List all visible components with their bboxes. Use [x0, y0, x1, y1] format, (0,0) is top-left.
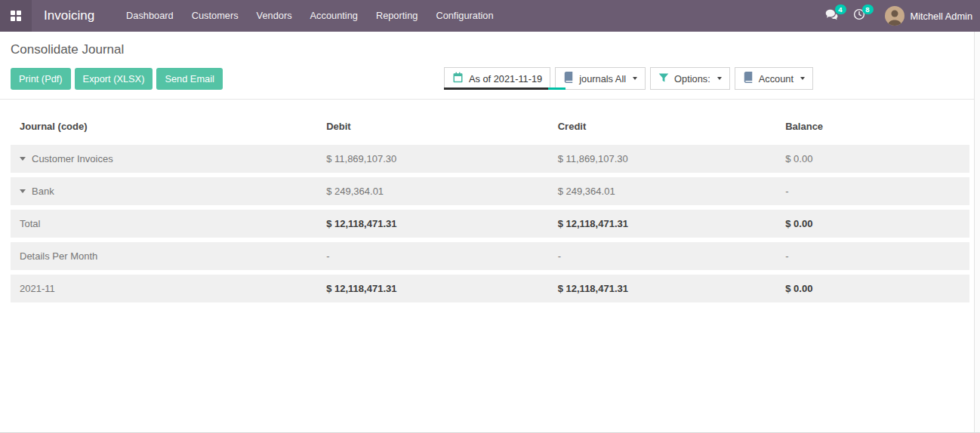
balance-value: $ 0.00	[785, 218, 960, 229]
row-label: 2021-11	[20, 283, 55, 294]
nav-item-accounting[interactable]: Accounting	[301, 0, 367, 32]
book-icon	[563, 72, 574, 85]
journals-filter-button[interactable]: journals All	[555, 67, 646, 90]
user-avatar	[885, 6, 904, 26]
activities-button[interactable]: 8	[846, 0, 873, 32]
export-xlsx-button[interactable]: Export (XLSX)	[75, 68, 153, 90]
column-header-credit: Credit	[558, 121, 786, 132]
nav-item-reporting[interactable]: Reporting	[367, 0, 427, 32]
user-name: Mitchell Admin	[911, 11, 973, 22]
debit-value: -	[326, 250, 558, 262]
row-label: Total	[20, 218, 40, 229]
table-row-bank: Bank $ 249,364.01 $ 249,364.01 -	[11, 177, 969, 205]
calendar-icon	[452, 72, 464, 85]
navbar-left: Invoicing Dashboard Customers Vendors Ac…	[0, 0, 503, 32]
table-row-total: Total $ 12,118,471.31 $ 12,118,471.31 $ …	[11, 210, 969, 238]
navbar-right: 4 8 Mitchell Admin	[818, 0, 973, 32]
balance-value: -	[785, 250, 960, 262]
control-panel: Consolidate Journal Print (Pdf) Export (…	[0, 32, 980, 100]
account-filter-label: Account	[759, 73, 794, 84]
row-label: Details Per Month	[20, 250, 97, 262]
caret-down-icon	[717, 77, 722, 80]
debit-value: $ 12,118,471.31	[326, 218, 558, 229]
page-title: Consolidate Journal	[11, 42, 969, 57]
balance-value: $ 0.00	[785, 283, 960, 294]
credit-value: $ 12,118,471.31	[558, 218, 786, 229]
report-content: Journal (code) Debit Credit Balance Cust…	[0, 100, 980, 302]
caret-down-icon[interactable]	[20, 157, 26, 161]
date-filter-button[interactable]: As of 2021-11-19	[444, 67, 550, 90]
report-action-buttons: Print (Pdf) Export (XLSX) Send Email	[11, 68, 227, 90]
book-icon	[743, 72, 753, 85]
table-row-customer-invoices: Customer Invoices $ 11,869,107.30 $ 11,8…	[11, 145, 969, 173]
apps-grid-icon	[11, 11, 21, 21]
nav-item-customers[interactable]: Customers	[183, 0, 248, 32]
caret-down-icon	[633, 77, 637, 80]
date-filter-label: As of 2021-11-19	[469, 73, 542, 84]
caret-down-icon[interactable]	[20, 189, 26, 193]
app-name[interactable]: Invoicing	[44, 8, 94, 23]
nav-item-vendors[interactable]: Vendors	[248, 0, 301, 32]
table-row-details-per-month: Details Per Month - - -	[11, 242, 969, 270]
balance-value: -	[785, 186, 960, 197]
nav-item-configuration[interactable]: Configuration	[427, 0, 502, 32]
caret-down-icon	[800, 77, 805, 80]
main-menu: Dashboard Customers Vendors Accounting R…	[117, 0, 502, 32]
nav-item-dashboard[interactable]: Dashboard	[117, 0, 183, 32]
credit-value: -	[558, 250, 786, 262]
vertical-scrollbar[interactable]	[974, 32, 980, 432]
send-email-button[interactable]: Send Email	[156, 68, 222, 90]
credit-value: $ 11,869,107.30	[558, 153, 786, 164]
report-filters: As of 2021-11-19 journals All Options:	[444, 67, 813, 90]
credit-value: $ 249,364.01	[558, 186, 786, 197]
funnel-icon	[658, 72, 669, 85]
user-menu[interactable]: Mitchell Admin	[885, 6, 973, 26]
consolidate-journal-table: Journal (code) Debit Credit Balance Cust…	[11, 110, 969, 302]
apps-menu-button[interactable]	[0, 0, 32, 32]
table-row-2021-11: 2021-11 $ 12,118,471.31 $ 12,118,471.31 …	[11, 275, 969, 302]
column-header-debit: Debit	[326, 121, 558, 132]
debit-value: $ 12,118,471.31	[326, 283, 558, 294]
credit-value: $ 12,118,471.31	[558, 283, 786, 294]
messages-button[interactable]: 4	[818, 0, 846, 32]
activities-badge: 8	[862, 5, 874, 14]
top-navbar: Invoicing Dashboard Customers Vendors Ac…	[0, 0, 980, 32]
messages-badge: 4	[835, 5, 846, 14]
debit-value: $ 11,869,107.30	[326, 153, 558, 164]
options-filter-label: Options:	[674, 73, 710, 84]
journal-label[interactable]: Customer Invoices	[32, 153, 113, 164]
journal-label[interactable]: Bank	[32, 186, 54, 197]
table-header-row: Journal (code) Debit Credit Balance	[11, 110, 969, 145]
options-filter-button[interactable]: Options:	[650, 67, 730, 90]
column-header-balance: Balance	[785, 121, 960, 132]
balance-value: $ 0.00	[785, 153, 960, 164]
journals-filter-label: journals All	[579, 73, 626, 84]
debit-value: $ 249,364.01	[326, 186, 558, 197]
column-header-journal: Journal (code)	[20, 121, 326, 132]
account-filter-button[interactable]: Account	[735, 67, 813, 90]
print-pdf-button[interactable]: Print (Pdf)	[11, 68, 71, 90]
